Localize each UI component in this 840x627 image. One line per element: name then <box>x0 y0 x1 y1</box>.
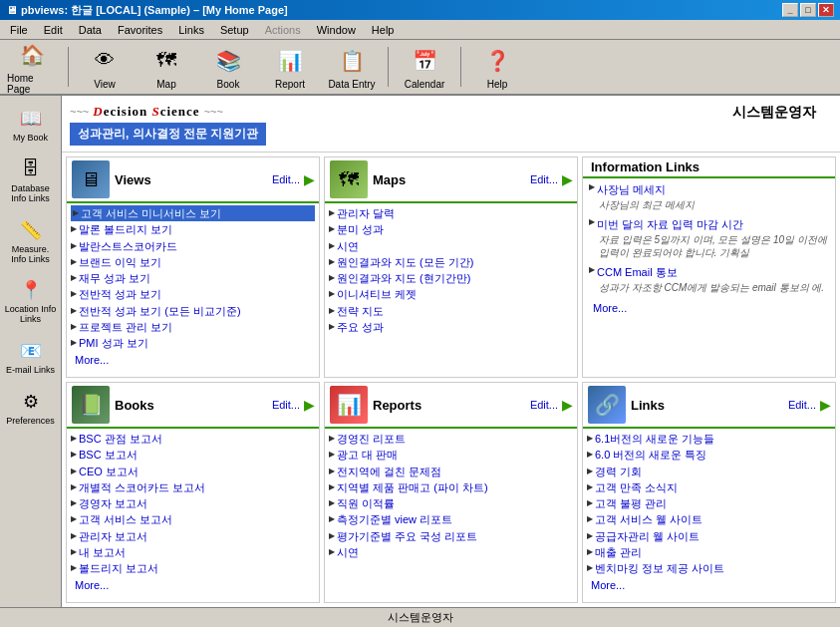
info-title-2[interactable]: 미번 달의 자료 입력 마감 시간 <box>597 217 743 232</box>
views-arrow[interactable]: ▶ <box>304 171 315 187</box>
books-link-8[interactable]: ▶내 보고서 <box>71 544 315 560</box>
views-panel: 🖥 Views Edit... ▶ ▶ 고객 서비스 미니서비스 보기 ▶ 말론… <box>66 157 320 378</box>
toolbar-calendar[interactable]: 📅 Calendar <box>397 42 452 93</box>
reports-link-7[interactable]: ▶평가기준별 주요 국성 리포트 <box>329 528 573 544</box>
books-panel-content: ▶BSC 관점 보고서 ▶BSC 보고서 ▶CEO 보고서 ▶개별적 스코어카드… <box>67 429 319 602</box>
links-panel: 🔗 Links Edit... ▶ ▶6.1버전의 새로운 기능들 ▶6.0 버… <box>582 382 836 603</box>
menu-data[interactable]: Data <box>73 22 108 38</box>
maximize-button[interactable]: □ <box>800 3 816 17</box>
minimize-button[interactable]: _ <box>782 3 798 17</box>
views-link-4[interactable]: ▶ 브랜드 이익 보기 <box>71 254 315 270</box>
books-link-4[interactable]: ▶개별적 스코어카드 보고서 <box>71 479 315 495</box>
views-more[interactable]: More... <box>71 352 315 368</box>
maps-link-1[interactable]: ▶관리자 달력 <box>329 205 573 221</box>
links-more[interactable]: More... <box>587 577 831 593</box>
views-link-8[interactable]: ▶ 프로젝트 관리 보기 <box>71 319 315 335</box>
views-link-1[interactable]: ▶ 고객 서비스 미니서비스 보기 <box>71 205 315 221</box>
toolbar-map[interactable]: 🗺 Map <box>139 42 194 93</box>
books-link-6[interactable]: ▶고객 서비스 보고서 <box>71 511 315 527</box>
reports-link-4[interactable]: ▶지역별 제품 판매고 (파이 차트) <box>329 479 573 495</box>
maps-edit-link[interactable]: Edit... <box>530 173 558 185</box>
location-icon: 📍 <box>17 276 45 304</box>
books-link-3[interactable]: ▶CEO 보고서 <box>71 464 315 479</box>
sidebar-item-location-info[interactable]: 📍 Location Info Links <box>2 271 60 330</box>
menu-favorites[interactable]: Favorites <box>112 22 168 38</box>
toolbar-homepage[interactable]: 🏠 Home Page <box>4 36 60 98</box>
info-title-1[interactable]: 사장님 메세지 <box>597 182 666 197</box>
title-bar-left: 🖥 pbviews: 한글 [LOCAL] (Sample) – [My Hom… <box>6 3 288 18</box>
reports-link-1[interactable]: ▶경영진 리포트 <box>329 431 573 447</box>
books-edit-link[interactable]: Edit... <box>272 399 300 411</box>
views-link-3[interactable]: ▶ 발란스트스코어카드 <box>71 238 315 254</box>
links-edit-link[interactable]: Edit... <box>788 399 816 411</box>
sidebar-item-database-info[interactable]: 🗄 Database Info Links <box>2 151 60 209</box>
reports-arrow[interactable]: ▶ <box>562 397 573 413</box>
views-link-9[interactable]: ▶ PMI 성과 보기 <box>71 335 315 351</box>
reports-edit-link[interactable]: Edit... <box>530 399 558 411</box>
reports-link-2[interactable]: ▶광고 대 판매 <box>329 447 573 463</box>
toolbar-separator-1 <box>68 47 69 87</box>
toolbar-view[interactable]: 👁 View <box>77 42 133 93</box>
views-link-2[interactable]: ▶ 말론 볼드리지 보기 <box>71 221 315 237</box>
menu-links[interactable]: Links <box>172 22 210 38</box>
links-link-9[interactable]: ▶벤치마킹 정보 제공 사이트 <box>587 560 831 576</box>
menu-setup[interactable]: Setup <box>214 22 255 38</box>
reports-link-3[interactable]: ▶전지역에 걸친 문제점 <box>329 464 573 479</box>
sidebar-item-measure-info[interactable]: 📏 Measure. Info Links <box>2 211 60 270</box>
maps-link-3[interactable]: ▶시연 <box>329 238 573 254</box>
maps-link-8[interactable]: ▶주요 성과 <box>329 319 573 335</box>
books-more[interactable]: More... <box>71 577 315 593</box>
reports-link-6[interactable]: ▶측정기준별 view 리포트 <box>329 511 573 527</box>
links-link-5[interactable]: ▶고객 불평 관리 <box>587 495 831 511</box>
maps-link-2[interactable]: ▶분미 성과 <box>329 221 573 237</box>
info-more[interactable]: More... <box>589 300 829 316</box>
books-link-5[interactable]: ▶경영자 보고서 <box>71 495 315 511</box>
links-link-3[interactable]: ▶경력 기회 <box>587 464 831 479</box>
info-item-2: ▶ 미번 달의 자료 입력 마감 시간 자료 입력은 5일까지 이며, 모든 설… <box>589 217 829 259</box>
toolbar-report[interactable]: 📊 Report <box>262 42 318 93</box>
title-bar-controls[interactable]: _ □ ✕ <box>782 3 834 17</box>
links-link-4[interactable]: ▶고객 만족 소식지 <box>587 479 831 495</box>
title-text: pbviews: 한글 [LOCAL] (Sample) – [My Home … <box>21 3 288 18</box>
maps-arrow[interactable]: ▶ <box>562 171 573 187</box>
links-arrow[interactable]: ▶ <box>820 397 831 413</box>
sidebar-item-email-links[interactable]: 📧 E-mail Links <box>2 332 60 381</box>
views-link-5[interactable]: ▶ 재무 성과 보기 <box>71 270 315 286</box>
maps-link-7[interactable]: ▶전략 지도 <box>329 303 573 319</box>
links-panel-header: 🔗 Links Edit... ▶ <box>583 383 835 429</box>
links-link-6[interactable]: ▶고객 서비스 웰 사이트 <box>587 511 831 527</box>
information-links-panel: Information Links ▶ 사장님 메세지 사장님의 최근 메세지 … <box>582 157 836 378</box>
maps-link-5[interactable]: ▶원인결과와 지도 (현기간만) <box>329 270 573 286</box>
books-link-1[interactable]: ▶BSC 관점 보고서 <box>71 431 315 447</box>
links-link-1[interactable]: ▶6.1버전의 새로운 기능들 <box>587 431 831 447</box>
views-link-6[interactable]: ▶ 전반적 성과 보기 <box>71 286 315 302</box>
links-link-7[interactable]: ▶공급자관리 웰 사이트 <box>587 528 831 544</box>
books-link-9[interactable]: ▶볼드리지 보고서 <box>71 560 315 576</box>
books-arrow[interactable]: ▶ <box>304 397 315 413</box>
menu-help[interactable]: Help <box>366 22 401 38</box>
close-button[interactable]: ✕ <box>818 3 834 17</box>
map-icon: 🗺 <box>150 45 182 77</box>
menu-actions[interactable]: Actions <box>259 22 307 38</box>
sidebar-item-mybook[interactable]: 📖 My Book <box>2 100 60 149</box>
sidebar-item-preferences[interactable]: ⚙ Preferences <box>2 383 60 432</box>
menu-window[interactable]: Window <box>311 22 362 38</box>
info-arrow-3: ▶ <box>589 265 595 274</box>
links-link-8[interactable]: ▶매출 관리 <box>587 544 831 560</box>
toolbar-separator-3 <box>460 47 461 87</box>
toolbar-book[interactable]: 📚 Book <box>200 42 256 93</box>
reports-link-8[interactable]: ▶시연 <box>329 544 573 560</box>
books-link-7[interactable]: ▶관리자 보고서 <box>71 528 315 544</box>
maps-link-4[interactable]: ▶원인결과와 지도 (모든 기간) <box>329 254 573 270</box>
toolbar-help[interactable]: ❓ Help <box>469 42 525 93</box>
reports-link-5[interactable]: ▶직원 이적률 <box>329 495 573 511</box>
links-link-2[interactable]: ▶6.0 버전의 새로운 특징 <box>587 447 831 463</box>
books-panel: 📗 Books Edit... ▶ ▶BSC 관점 보고서 ▶BSC 보고서 ▶… <box>66 382 320 603</box>
books-link-2[interactable]: ▶BSC 보고서 <box>71 447 315 463</box>
maps-link-6[interactable]: ▶이니셔티브 케젯 <box>329 286 573 302</box>
info-title-3[interactable]: CCM Email 통보 <box>597 265 678 280</box>
views-link-7[interactable]: ▶ 전반적 성과 보기 (모든 비교기준) <box>71 303 315 319</box>
toolbar-data-entry[interactable]: 📋 Data Entry <box>324 42 380 93</box>
views-edit-link[interactable]: Edit... <box>272 173 300 185</box>
ds-logo: Decision Science <box>93 104 199 120</box>
